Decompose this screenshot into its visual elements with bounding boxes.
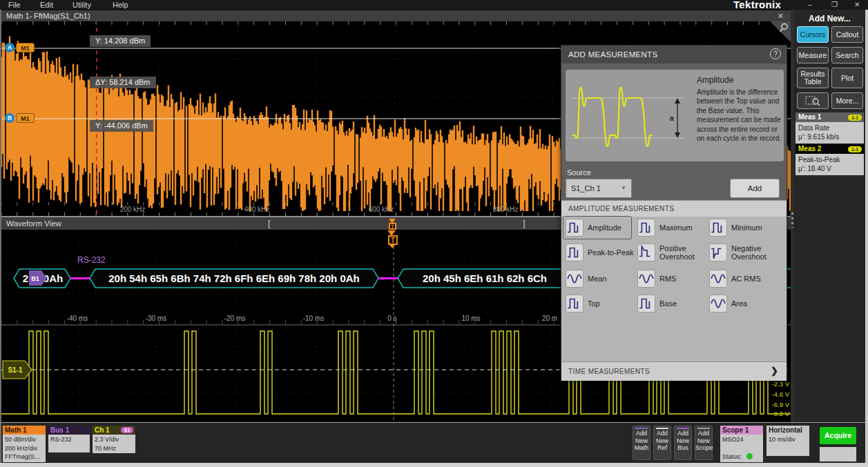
window-right-edge [865,10,868,463]
sidebar-button-meas-config[interactable] [797,92,829,109]
add-new-bus-button[interactable]: AddNewBus [674,426,692,460]
cursor-delta-readout: ΔY: 58.214 dBm [90,77,156,88]
trigger-marker-small-box[interactable]: T [389,223,396,230]
dropdown-caret-icon: ▼ [621,179,626,197]
voltage-label: -4.6 V [772,390,790,398]
cursor-a-readout: Y: 14.208 dBm [90,35,151,47]
trigger-marker-box[interactable]: T [388,235,398,245]
status-indicator-dot [746,453,753,459]
math1-badge[interactable]: Math 1 50 dBm/div200 kHz/divFFTmag(S... [3,426,46,462]
bus-packet-text: 20h 54h 65h 6Bh 74h 72h 6Fh 6Eh 69h 78h … [108,272,359,284]
cursor-b-source-badge[interactable]: M1 [16,113,35,123]
horizontal-badge[interactable]: Horizontal 10 ms/div [766,426,809,456]
measurement-label[interactable]: Peak-to-Peak [588,248,639,257]
meas1-card[interactable]: Meas 11-1 Data Rateμ': 9.615 kb/s [795,112,864,143]
bottom-bar: Math 1 50 dBm/div200 kHz/divFFTmag(S... … [1,422,865,463]
window-bottom-edge [0,463,868,467]
measurement-preview-card: a Amplitude Amplitude is the difference … [566,70,784,161]
sidebar-button-cursors[interactable]: Cursors [797,26,829,43]
measurement-icon[interactable] [566,295,584,312]
time-label: 0 s [387,315,396,322]
amplitude-arrow-label: a [670,115,674,122]
measurement-label[interactable]: Minimum [731,223,782,232]
meas1-value: μ': 9.615 kb/s [798,132,864,141]
dialog-title: ADD MEASUREMENTS [561,46,787,63]
menu-bar: File Edit Utility Help Tektronix – ❐ ✕ [0,0,868,10]
time-label: -30 ms [146,315,167,322]
trigger-marker-tail [389,245,395,248]
measurement-icon[interactable] [566,244,584,261]
restore-icon[interactable]: ❐ [831,0,838,9]
measurement-icon[interactable] [637,244,655,261]
help-icon[interactable]: ? [770,48,781,59]
menu-help[interactable]: Help [113,0,128,10]
ch1-badge[interactable]: Ch 1 S1 2.3 V/div70 MHz [93,426,135,453]
menu-utility[interactable]: Utility [73,0,91,10]
menu-edit[interactable]: Edit [40,0,53,10]
sidebar-button-plot[interactable]: Plot [831,68,863,88]
amplitude-section-header: AMPLITUDE MEASUREMENTS [561,200,787,217]
measurement-icon[interactable] [709,270,727,288]
voltage-label: -2.3 V [772,380,790,388]
bus-name-label: RS-232 [77,255,106,265]
add-new-scope-button[interactable]: AddNewScope [695,426,713,460]
meas2-card[interactable]: Meas 21-1 Peak-to-Peakμ': 18.40 V [795,144,864,175]
meas2-value: μ': 18.40 V [798,164,864,173]
acquire-secondary-box[interactable] [820,447,856,461]
bus1-badge[interactable]: Bus 1 RS-232 [48,426,90,453]
sidebar: Add New... Cursors Callout Measure Searc… [794,10,865,422]
measurement-icon[interactable] [709,219,727,237]
sidebar-button-measure[interactable]: Measure [797,47,829,63]
measurement-icon[interactable] [709,244,727,261]
measurement-label[interactable]: RMS [659,275,711,283]
add-measurements-dialog: ADD MEASUREMENTS ? a Amplitude Amplitude… [561,45,787,380]
preview-title: Amplitude [697,75,733,85]
selected-measurement-outline [563,216,632,239]
add-new-ref-button[interactable]: AddNewRef [653,426,671,460]
measurement-label[interactable]: Mean [588,275,639,283]
measurement-label[interactable]: Negative Overshoot [731,244,782,261]
measurement-icon[interactable] [637,270,655,288]
cursor-b-badge[interactable]: B [5,113,15,123]
add-button[interactable]: Add [730,179,780,198]
cursor-a-badge[interactable]: A [5,43,15,52]
measurement-icon[interactable] [709,295,727,312]
measurement-label[interactable]: Area [731,299,782,308]
acquire-button[interactable]: Acquire [820,427,856,444]
math-panel-close-icon[interactable]: ✕ [778,10,784,21]
time-label: -10 ms [303,315,325,322]
time-section-header[interactable]: TIME MEASUREMENTS [561,361,787,381]
meas1-count-badge: 1-1 [848,115,862,121]
measurement-label[interactable]: Maximum [659,223,711,232]
measurement-icon[interactable] [637,219,655,237]
ch1-bus-pill: S1 [121,427,133,433]
source-dropdown[interactable]: S1_Ch 1▼ [566,179,632,198]
time-label: 10 ms [461,315,480,322]
sidebar-button-results-table[interactable]: Results Table [797,68,829,88]
voltage-label: -6.9 V [772,401,790,408]
zoom-bracket-right: ] [523,217,525,230]
minimize-icon[interactable]: – [808,0,812,9]
cursor-a-source-badge[interactable]: M1 [16,43,35,52]
meas2-type: Peak-to-Peak [798,155,864,164]
time-label: -20 ms [224,315,246,322]
measurement-label[interactable]: Positive Overshoot [659,244,711,261]
source-label: Source [567,168,591,177]
scope1-badge[interactable]: Scope 1 MSO24 Status: [720,426,763,462]
sidebar-button-callout[interactable]: Callout [831,26,863,43]
add-new-math-button[interactable]: AddNewMath [633,426,650,460]
cursor-b-readout: Y: -44.006 dBm [90,120,153,132]
menu-file[interactable]: File [8,0,21,10]
measurement-label[interactable]: Top [588,299,639,308]
time-label: -40 ms [67,315,88,322]
measurement-label[interactable]: Base [659,299,711,308]
divider-handle[interactable] [791,212,793,228]
sidebar-button-search[interactable]: Search [831,47,863,63]
measurement-icon[interactable] [637,295,655,312]
chevron-right-icon[interactable]: ❯ [771,361,778,381]
close-icon[interactable]: ✕ [854,0,860,9]
sidebar-button-more[interactable]: More... [831,92,863,109]
measurement-icon[interactable] [566,270,584,288]
time-label: 20 m [542,315,557,322]
measurement-label[interactable]: AC RMS [731,275,782,283]
